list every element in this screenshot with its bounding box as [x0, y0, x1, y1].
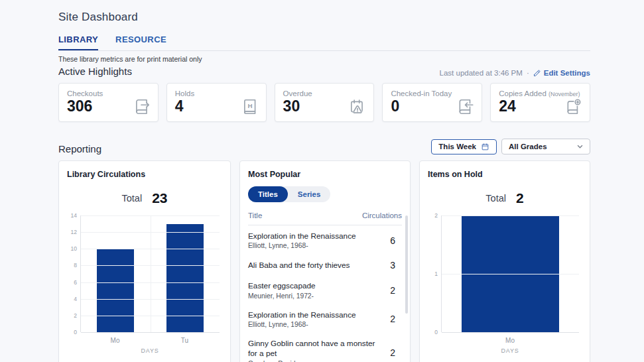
card-overdue[interactable]: Overdue 30 [275, 83, 375, 122]
toggle-titles[interactable]: Titles [248, 186, 288, 202]
y-tick-label: 1 [434, 271, 438, 277]
list-item[interactable]: Ginny Goblin cannot have a monster for a… [248, 333, 402, 362]
y-tick-label: 12 [71, 229, 77, 235]
gridline [442, 332, 579, 333]
column-circulations: Circulations [362, 211, 402, 219]
card-holds[interactable]: Holds 4 H [166, 83, 267, 122]
plot-area [80, 215, 220, 332]
panel-title: Library Circulations [67, 170, 222, 179]
item-author: Elliott, Lynne, 1968- [248, 321, 375, 328]
y-tick-label: 2 [434, 212, 438, 219]
item-circulation-count: 2 [381, 314, 395, 324]
y-tick-label: 0 [74, 329, 77, 335]
y-tick-label: 4 [74, 296, 77, 302]
total-label: Total [122, 193, 143, 204]
week-filter-button[interactable]: This Week [431, 139, 497, 154]
calendar-icon [481, 143, 489, 151]
panel-title: Items on Hold [428, 170, 582, 179]
item-title: Ali Baba and the forty thieves [248, 261, 375, 271]
x-axis-labels: Mo [441, 337, 579, 344]
item-author: Meunier, Henri, 1972- [248, 292, 375, 300]
x-axis-title: DAYS [441, 347, 579, 354]
book-hold-icon: H [241, 98, 259, 115]
card-label: Holds [175, 90, 258, 97]
calendar-alert-icon [349, 98, 366, 115]
item-title: Ginny Goblin cannot have a monster for a… [248, 339, 375, 359]
svg-text:H: H [247, 102, 252, 109]
y-tick-label: 10 [71, 245, 77, 252]
list-item[interactable]: Exploration in the Renaissance Elliott, … [248, 305, 402, 333]
last-updated-text: Last updated at 3:46 PM [440, 69, 523, 77]
card-label: Copies Added (November) [499, 90, 582, 97]
bar-slot [151, 215, 220, 332]
tab-resource[interactable]: RESOURCE [115, 34, 166, 50]
edit-settings-link[interactable]: Edit Settings [533, 69, 590, 77]
items-on-hold-panel: Items on Hold Total 2 012 Mo DAYS [419, 160, 590, 362]
x-axis-labels: MoTu [80, 337, 220, 344]
item-circulation-count: 2 [381, 347, 395, 358]
item-title: Easter eggscapade [248, 281, 375, 291]
reporting-panels: Library Circulations Total 23 0246810121… [58, 160, 590, 362]
grade-filter-select[interactable]: All Grades [501, 139, 590, 154]
items-on-hold-bar-chart: 012 Mo DAYS [428, 215, 582, 354]
tab-library[interactable]: LIBRARY [58, 34, 98, 50]
scrollbar-thumb[interactable] [405, 215, 408, 314]
most-popular-list: Exploration in the Renaissance Elliott, … [248, 226, 402, 362]
card-checked-in-today[interactable]: Checked-in Today 0 [382, 83, 482, 122]
y-tick-label: 8 [74, 262, 77, 269]
card-label: Checkouts [67, 90, 150, 97]
plot-area [441, 215, 579, 332]
gridline-vertical [151, 215, 151, 332]
dashboard-page: Site Dashboard LIBRARY RESOURCE These li… [58, 0, 590, 362]
chevron-down-icon [577, 145, 583, 149]
card-label: Overdue [283, 90, 366, 97]
card-copies-added[interactable]: Copies Added (November) 24 [490, 83, 590, 122]
page-title: Site Dashboard [58, 11, 590, 24]
card-label: Checked-in Today [391, 90, 474, 97]
total-value: 2 [516, 190, 524, 206]
most-popular-panel: Most Popular Titles Series Title Circula… [239, 160, 411, 362]
item-author: Goodner, David, [248, 360, 375, 362]
gridline [81, 332, 220, 333]
reporting-heading: Reporting [58, 143, 101, 154]
toggle-series[interactable]: Series [288, 186, 331, 202]
y-axis: 012 [428, 215, 441, 332]
y-tick-label: 14 [71, 212, 77, 219]
library-circulations-panel: Library Circulations Total 23 0246810121… [58, 160, 231, 362]
list-item[interactable]: Exploration in the Renaissance Elliott, … [248, 226, 402, 255]
list-item[interactable]: Easter eggscapade Meunier, Henri, 1972- … [248, 276, 402, 304]
book-add-icon [565, 98, 582, 115]
highlight-cards: Checkouts 306 Holds 4 H Overdue 30 Check… [58, 83, 590, 122]
library-circulations-bar-chart: 02468101214 MoTu DAYS [67, 215, 222, 354]
gridline [442, 274, 579, 274]
total-label: Total [485, 193, 506, 204]
book-checkin-icon [457, 98, 474, 115]
card-checkouts[interactable]: Checkouts 306 [58, 83, 159, 122]
card-sublabel: (November) [548, 91, 580, 97]
x-tick-label: Mo [441, 337, 579, 344]
pencil-icon [533, 69, 541, 77]
list-item[interactable]: Ali Baba and the forty thieves 3 [248, 255, 402, 276]
book-checkout-icon [133, 98, 151, 115]
active-highlights-heading: Active Highlights [58, 66, 132, 77]
total-value: 23 [152, 190, 167, 206]
y-tick-label: 6 [74, 279, 77, 286]
item-circulation-count: 2 [381, 285, 395, 296]
y-tick-label: 0 [434, 329, 438, 335]
x-tick-label: Tu [150, 337, 220, 344]
table-header: Title Circulations [248, 211, 402, 225]
item-circulation-count: 3 [381, 260, 395, 271]
bar-slot [81, 215, 151, 332]
gridline [442, 215, 579, 216]
y-tick-label: 2 [74, 312, 77, 319]
y-axis: 02468101214 [67, 215, 80, 332]
x-tick-label: Mo [80, 337, 150, 344]
x-axis-title: DAYS [80, 347, 220, 354]
print-material-note: These library metrics are for print mate… [58, 55, 590, 63]
tab-bar: LIBRARY RESOURCE [58, 34, 590, 50]
item-circulation-count: 6 [381, 235, 395, 246]
column-title: Title [248, 211, 262, 219]
header-divider [58, 50, 590, 51]
titles-series-toggle: Titles Series [248, 186, 330, 202]
item-author: Elliott, Lynne, 1968- [248, 242, 375, 249]
